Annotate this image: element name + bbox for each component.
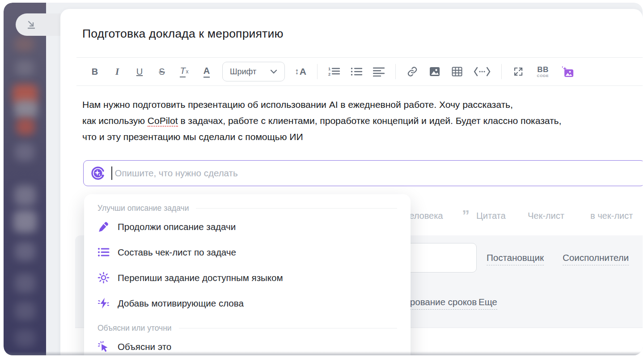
expand-icon (513, 66, 524, 77)
sidebar-blurred-icon (15, 302, 35, 320)
director-link[interactable]: Постановщик (487, 252, 544, 265)
strikethrough-button[interactable]: S (154, 63, 170, 81)
toolbar-divider (317, 64, 318, 79)
screenshot-root: Подготовка доклада к мероприятию B I U S… (0, 0, 644, 358)
collapse-sidebar-icon (25, 19, 37, 30)
section-divider (179, 328, 397, 328)
font-size-button[interactable]: ↕A (292, 63, 309, 81)
sun-icon (97, 272, 110, 284)
numbered-list-icon: 1 2 (328, 67, 340, 77)
insert-table-button[interactable] (449, 63, 465, 81)
bold-button[interactable]: B (87, 63, 103, 81)
checklist-button[interactable]: Чек-лист (528, 211, 564, 221)
copilot-icon (90, 165, 106, 181)
description-line: как использую CoPilot в задачах, работе … (82, 113, 641, 129)
align-left-icon (373, 67, 385, 77)
font-selector[interactable]: Шрифт (222, 62, 285, 81)
sidebar (4, 3, 46, 355)
image-icon (429, 66, 440, 77)
underline-button[interactable]: U (131, 63, 148, 81)
italic-button[interactable]: I (109, 63, 125, 81)
copilot-menu-item-continue[interactable]: Продолжи описание задачи (97, 214, 397, 239)
coexecutors-link[interactable]: Соисполнители (563, 252, 629, 265)
code-icon (473, 67, 491, 77)
copilot-menu-item-simplify[interactable]: Перепиши задание доступным языком (97, 265, 397, 290)
more-link[interactable]: Еще (479, 297, 497, 310)
copilot-input-placeholder: Опишите, что нужно сделать (115, 168, 238, 179)
toolbar-divider (501, 64, 502, 79)
chevron-down-icon (270, 69, 277, 74)
task-title[interactable]: Подготовка доклада к мероприятию (82, 27, 284, 41)
link-icon (407, 66, 418, 77)
sidebar-blurred-icon (15, 273, 35, 293)
bullet-list-button[interactable] (348, 63, 364, 81)
font-selector-label: Шрифт (230, 67, 256, 77)
description-line: Нам нужно подготовить презентацию об исп… (82, 97, 641, 113)
toolbar-divider (395, 64, 396, 79)
collapse-sidebar-button[interactable] (16, 13, 60, 36)
sidebar-blurred-icon (14, 100, 38, 118)
editor-toolbar: B I U S Tx A Шрифт ↕A (76, 57, 643, 86)
copilot-menu-item-checklist[interactable]: Составь чек-лист по задаче (97, 239, 397, 265)
sidebar-blurred-icon (15, 242, 35, 261)
bbcode-button[interactable]: BB CODE (533, 63, 553, 81)
ai-image-button[interactable] (559, 63, 576, 81)
updown-arrows-icon: ↕ (295, 67, 299, 77)
sidebar-blurred-icon (15, 143, 34, 161)
section-divider (196, 208, 397, 209)
quote-icon: ” (462, 208, 470, 223)
numbered-list-button[interactable]: 1 2 (326, 63, 342, 81)
insert-image-button[interactable] (427, 63, 443, 81)
bullet-list-icon (351, 67, 362, 77)
window-bottom-edge (4, 351, 643, 355)
to-checklist-button[interactable]: в чек-лист (590, 211, 633, 221)
expand-editor-button[interactable] (510, 63, 526, 81)
text-caret (111, 166, 112, 180)
quote-button[interactable]: Цитата (476, 211, 506, 221)
sidebar-blurred-icon (15, 60, 34, 76)
description-line: что и эту презентацию мы сделали с помощ… (82, 129, 641, 145)
clear-format-button[interactable]: Tx (176, 63, 192, 81)
pen-icon (97, 221, 110, 233)
copilot-prompt-input[interactable]: Опишите, что нужно сделать (83, 160, 643, 186)
spellcheck-word: CoPilot (148, 115, 178, 127)
cursor-click-icon (97, 341, 110, 353)
app-window: Подготовка доклада к мероприятию B I U S… (4, 3, 643, 355)
table-icon (452, 66, 462, 77)
insert-link-button[interactable] (404, 63, 420, 81)
sidebar-blurred-icon (15, 329, 35, 347)
insert-code-button[interactable] (471, 63, 493, 81)
copilot-menu-section-header: Объясни или уточни (97, 322, 397, 334)
sidebar-blurred-icon (13, 210, 37, 233)
sidebar-blurred-icon (14, 185, 36, 206)
svg-text:1: 1 (328, 67, 330, 71)
lightning-icon (97, 297, 110, 309)
svg-text:2: 2 (328, 72, 330, 77)
checklist-icon (97, 246, 110, 258)
sidebar-blurred-icon (14, 37, 34, 52)
copilot-menu: Улучши описание задачи Продолжи описание… (84, 194, 411, 355)
align-left-button[interactable] (371, 63, 387, 81)
sidebar-blurred-icon (16, 118, 35, 135)
task-description[interactable]: Нам нужно подготовить презентацию об исп… (82, 97, 641, 145)
copilot-menu-section-header: Улучши описание задачи (97, 202, 397, 214)
ai-image-icon (561, 66, 574, 77)
text-color-button[interactable]: A (199, 63, 215, 81)
task-card: Подготовка доклада к мероприятию B I U S… (60, 9, 643, 355)
copilot-menu-item-motivate[interactable]: Добавь мотивирующие слова (97, 290, 397, 316)
